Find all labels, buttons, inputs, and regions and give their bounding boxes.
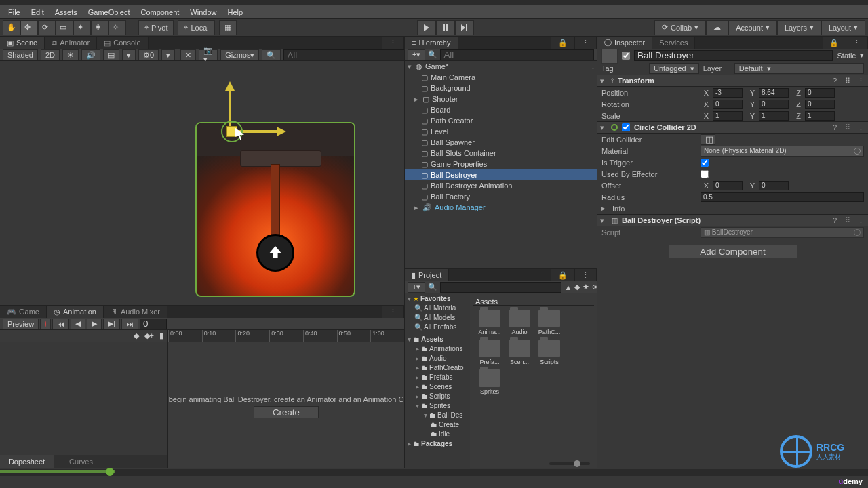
anim-prev-frame[interactable]: ◀ bbox=[71, 319, 85, 329]
position-x[interactable] bbox=[713, 88, 743, 98]
panel-menu[interactable]: ⋮ bbox=[382, 37, 404, 49]
cloud-button[interactable]: ☁ bbox=[706, 20, 728, 35]
material-field[interactable]: None (Physics Material 2D) bbox=[701, 146, 864, 157]
tree-item[interactable]: ▸🖿Animations bbox=[405, 344, 470, 353]
expand-icon[interactable]: ▸ bbox=[601, 204, 608, 213]
add-event-icon[interactable]: ◆+ bbox=[144, 331, 154, 340]
sprites-child[interactable]: 🖿Create bbox=[405, 420, 470, 429]
component-menu-icon[interactable]: ⋮ bbox=[857, 77, 865, 85]
scene-vis[interactable]: ▾ bbox=[161, 49, 175, 60]
favorite-item[interactable]: 🔍All Prefabs bbox=[405, 322, 470, 331]
favorite-star-icon[interactable]: ★ bbox=[583, 283, 589, 291]
tab-scene[interactable]: ▣Scene bbox=[0, 37, 45, 49]
hierarchy-item[interactable]: ▢Level bbox=[405, 126, 597, 137]
asset-folder[interactable]: Anima... bbox=[477, 310, 502, 336]
project-lock[interactable]: 🔒 bbox=[551, 269, 575, 281]
pause-button[interactable] bbox=[436, 20, 455, 35]
tab-services[interactable]: Services bbox=[652, 37, 695, 49]
menu-assets[interactable]: Assets bbox=[50, 7, 83, 18]
sprites-node[interactable]: ▾🖿Sprites bbox=[405, 401, 470, 410]
anim-record-button[interactable] bbox=[40, 319, 51, 329]
scene-mute[interactable]: ✕ bbox=[180, 49, 196, 60]
transform-header[interactable]: ▾ ⟟ Transform ? ⠿ ⋮ bbox=[597, 75, 868, 87]
hierarchy-item[interactable]: ▢Background bbox=[405, 83, 597, 94]
expand-icon[interactable]: ▾ bbox=[600, 77, 607, 85]
layout-dropdown[interactable]: Layout▾ bbox=[821, 20, 865, 35]
account-dropdown[interactable]: Account▾ bbox=[728, 20, 777, 35]
hierarchy-item[interactable]: ▢Ball Destroyer Animation bbox=[405, 180, 597, 191]
preset-icon[interactable]: ⠿ bbox=[845, 123, 853, 131]
favorites-root[interactable]: ▾★Favorites bbox=[405, 293, 470, 303]
rotation-y[interactable] bbox=[759, 100, 789, 109]
inspector-menu[interactable]: ⋮ bbox=[846, 37, 868, 49]
help-icon[interactable]: ? bbox=[833, 123, 841, 131]
expand-icon[interactable]: ▾ bbox=[600, 216, 607, 225]
hierarchy-item[interactable]: ▢Main Camera bbox=[405, 72, 597, 83]
tab-project[interactable]: ▮Project bbox=[405, 269, 449, 281]
expand-icon[interactable]: ▸ bbox=[413, 95, 420, 104]
shading-dropdown[interactable]: Shaded bbox=[3, 49, 38, 60]
help-icon[interactable]: ? bbox=[833, 77, 841, 85]
slider-handle[interactable] bbox=[574, 460, 580, 467]
hierarchy-item[interactable]: ▢Path Creator bbox=[405, 115, 597, 126]
scale-x[interactable] bbox=[713, 111, 743, 121]
pivot-toggle[interactable]: ⌖Pivot bbox=[138, 20, 174, 35]
snap-tool[interactable]: ▦ bbox=[219, 20, 237, 35]
menu-edit[interactable]: Edit bbox=[26, 7, 50, 18]
scene-search-input[interactable] bbox=[283, 49, 405, 60]
asset-folder[interactable]: Prefa... bbox=[477, 340, 502, 365]
local-toggle[interactable]: ⌖Local bbox=[178, 20, 214, 35]
tab-audiomixer[interactable]: 🎚Audio Mixer bbox=[104, 306, 167, 318]
anim-panel-menu[interactable]: ⋮ bbox=[382, 306, 404, 318]
position-z[interactable] bbox=[805, 88, 835, 98]
tree-item[interactable]: ▸🖿Audio bbox=[405, 353, 470, 363]
scale-z[interactable] bbox=[805, 111, 835, 121]
expand-icon[interactable]: ▾ bbox=[600, 123, 607, 132]
hierarchy-menu[interactable]: ⋮ bbox=[575, 37, 597, 49]
packages-root[interactable]: ▸🖿Packages bbox=[405, 439, 470, 448]
asset-folder[interactable]: PathC... bbox=[536, 310, 562, 336]
preset-icon[interactable]: ⠿ bbox=[845, 77, 853, 85]
hierarchy-item[interactable]: ▢Ball Slots Container bbox=[405, 148, 597, 159]
scale-tool[interactable]: ▭ bbox=[56, 20, 73, 35]
multi-tool[interactable]: ✱ bbox=[91, 20, 108, 35]
thumbnail-size-slider[interactable] bbox=[549, 462, 590, 465]
sprites-child[interactable]: 🖿Idle bbox=[405, 429, 470, 439]
gameobject-icon[interactable] bbox=[601, 49, 618, 64]
curves-tab[interactable]: Curves bbox=[54, 455, 108, 468]
hierarchy-item[interactable]: ▢Ball Destroyer bbox=[405, 169, 597, 180]
menu-file[interactable]: File bbox=[3, 7, 26, 18]
tab-console[interactable]: ▤Console bbox=[97, 37, 148, 49]
gameobject-active-checkbox[interactable] bbox=[622, 52, 630, 60]
layers-dropdown[interactable]: Layers▾ bbox=[777, 20, 821, 35]
tag-dropdown[interactable]: Untagged▾ bbox=[649, 63, 699, 74]
rotation-z[interactable] bbox=[805, 100, 835, 109]
script-header[interactable]: ▾ ▥ Ball Destroyer (Script) ? ⠿ ⋮ bbox=[597, 214, 868, 226]
project-menu[interactable]: ⋮ bbox=[575, 269, 597, 281]
offset-x[interactable] bbox=[713, 181, 743, 190]
play-button[interactable] bbox=[417, 20, 436, 35]
project-search[interactable] bbox=[440, 282, 561, 293]
project-create[interactable]: +▾ bbox=[408, 282, 425, 293]
rotation-x[interactable] bbox=[713, 100, 743, 109]
anim-preview-toggle[interactable]: Preview bbox=[3, 319, 39, 329]
asset-folder[interactable]: Sprites bbox=[477, 369, 502, 395]
gameobject-name-field[interactable] bbox=[634, 50, 833, 61]
menu-help[interactable]: Help bbox=[222, 7, 248, 18]
gizmos-dropdown[interactable]: Gizmos ▾ bbox=[220, 49, 259, 60]
hierarchy-item[interactable]: ▢Game Properties bbox=[405, 159, 597, 169]
assets-root[interactable]: ▾🖿Assets bbox=[405, 334, 470, 344]
tab-inspector[interactable]: ⓘInspector bbox=[597, 37, 652, 49]
light-toggle[interactable]: ☀ bbox=[62, 49, 79, 60]
component-menu-icon[interactable]: ⋮ bbox=[857, 216, 865, 224]
hierarchy-search[interactable] bbox=[440, 49, 594, 60]
tree-item[interactable]: ▸🖿Scenes bbox=[405, 382, 470, 391]
expand-icon[interactable]: ▸ bbox=[413, 203, 420, 212]
edit-collider-button[interactable]: ◫ bbox=[701, 134, 715, 145]
anim-first-frame[interactable]: ⏮ bbox=[52, 319, 69, 329]
anim-last-frame[interactable]: ⏭ bbox=[121, 319, 138, 329]
tab-hierarchy[interactable]: ≡Hierarchy bbox=[405, 37, 458, 49]
tab-animation[interactable]: ◷Animation bbox=[47, 306, 104, 318]
preset-icon[interactable]: ⠿ bbox=[845, 216, 853, 224]
hand-tool[interactable]: ✋ bbox=[3, 20, 20, 35]
